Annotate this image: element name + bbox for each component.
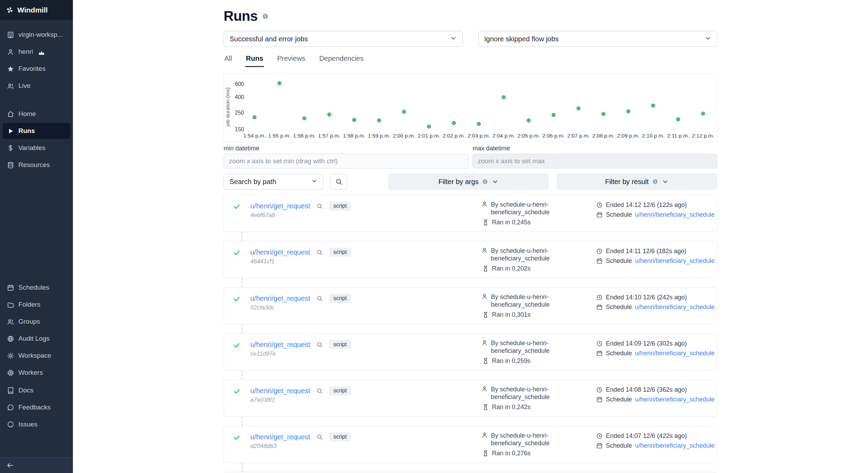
skipped-flows-select[interactable]: Ignore skipped flow jobs [478, 31, 718, 47]
run-card[interactable]: u/henri/get_requestscript46441cf1By sche… [224, 241, 717, 278]
run-schedule-label: Schedule [606, 257, 632, 265]
run-schedule-icon-slot [596, 304, 603, 310]
chart-point [352, 118, 356, 122]
sidebar-item-folders[interactable]: Folders [3, 297, 70, 313]
info-icon [482, 179, 488, 185]
sidebar-item-docs[interactable]: Docs [3, 382, 70, 398]
sidebar-item-schedules[interactable]: Schedules [3, 280, 70, 296]
run-duration: Ran in 0,242s [492, 404, 531, 411]
clock-icon [596, 433, 603, 439]
sidebar-item-groups[interactable]: Groups [3, 314, 70, 330]
chart-xtick: 1:54 p.m. [243, 133, 266, 139]
tab-runs[interactable]: Runs [245, 52, 264, 67]
filter-by-result-button[interactable]: Filter by result [557, 173, 717, 190]
tab-previews[interactable]: Previews [276, 52, 306, 67]
run-inspect-button[interactable] [316, 249, 323, 256]
run-path-link[interactable]: u/henri/get_request [250, 341, 310, 349]
chart-point [452, 121, 456, 125]
app-logo[interactable]: Windmill [0, 0, 73, 20]
chart-ytick: 600 [235, 81, 244, 87]
chart-xtick: 2:02 p.m. [443, 133, 465, 139]
run-inspect-button[interactable] [316, 295, 323, 302]
sidebar-item-audit-logs[interactable]: Audit Logs [3, 331, 70, 347]
run-schedule-link[interactable]: u/henri/beneficiary_schedule [635, 350, 715, 357]
min-datetime-label: min datetime [224, 145, 468, 152]
run-path-link[interactable]: u/henri/get_request [250, 294, 310, 302]
run-schedule-label: Schedule [606, 350, 632, 357]
chart-xtick: 2:12 p.m. [692, 133, 715, 139]
sidebar-item-workers[interactable]: Workers [3, 365, 70, 381]
run-inspect-button[interactable] [316, 203, 323, 209]
info-icon [262, 13, 269, 20]
check-icon [233, 341, 241, 349]
run-path-link[interactable]: u/henri/get_request [250, 202, 310, 210]
tab-dependencies[interactable]: Dependencies [318, 52, 364, 67]
calendar-icon [596, 350, 603, 357]
run-card[interactable]: u/henri/get_requestscriptce11d97eBy sche… [224, 333, 717, 371]
run-path-link[interactable]: u/henri/get_request [250, 387, 310, 395]
sidebar-item-home[interactable]: Home [3, 106, 70, 122]
max-datetime-input[interactable] [473, 154, 717, 168]
run-card[interactable]: u/henri/get_requestscript4ebf67a8By sche… [224, 195, 717, 232]
run-path-link[interactable]: u/henri/get_request [250, 248, 310, 256]
sidebar-item-feedbacks[interactable]: Feedbacks [3, 399, 70, 415]
run-by-icon-slot [481, 201, 488, 216]
filter-by-args-button[interactable]: Filter by args [388, 173, 549, 190]
skipped-flows-select-value: Ignore skipped flow jobs [484, 35, 559, 43]
job-status-select[interactable]: Successful and error jobs [224, 31, 463, 47]
search-button[interactable] [331, 174, 347, 190]
chart-point [551, 113, 556, 117]
run-job-id: d2048d63 [250, 443, 277, 450]
run-job-id: 4ebf67a8 [250, 212, 275, 219]
run-duration: Ran in 0,259s [492, 357, 531, 365]
sidebar-collapse-button[interactable] [0, 457, 73, 473]
run-ended-icon-slot [596, 294, 603, 301]
run-inspect-button[interactable] [316, 388, 323, 394]
sidebar-item-runs[interactable]: Runs [3, 123, 70, 139]
run-schedule-link[interactable]: u/henri/beneficiary_schedule [635, 211, 715, 218]
info-icon [652, 179, 658, 185]
run-path-link[interactable]: u/henri/get_request [250, 433, 310, 441]
calendar-icon [596, 304, 603, 310]
sidebar-item-issues[interactable]: Issues [3, 416, 70, 432]
run-schedule-link[interactable]: u/henri/beneficiary_schedule [635, 257, 715, 265]
sidebar-item-resources[interactable]: Resources [3, 157, 70, 173]
title-info-icon[interactable] [262, 13, 269, 20]
chart-ytick: 400 [235, 94, 244, 100]
tab-all[interactable]: All [224, 52, 233, 67]
user-icon [481, 201, 488, 207]
run-schedule-icon-slot [596, 211, 603, 218]
hourglass-icon [482, 450, 489, 457]
sidebar-item-workspace[interactable]: Workspace [3, 348, 70, 364]
run-by-icon-slot [481, 432, 488, 447]
run-schedule-link[interactable]: u/henri/beneficiary_schedule [635, 396, 715, 403]
runs-duration-chart[interactable]: job duration (ms)6004002501501:54 p.m.1:… [224, 74, 717, 142]
sidebar-item-variables[interactable]: Variables [3, 140, 70, 156]
chart-point [626, 109, 631, 114]
chart-xtick: 1:57 p.m. [318, 133, 341, 139]
duration-chart-box[interactable]: job duration (ms)6004002501501:54 p.m.1:… [224, 73, 717, 142]
sidebar-item-virgin-worksp[interactable]: virgin-worksp... [3, 27, 70, 43]
run-card[interactable]: u/henri/get_requestscript02cfa3dcBy sche… [224, 287, 717, 324]
run-kind-badge: script [329, 294, 351, 303]
run-schedule-link[interactable]: u/henri/beneficiary_schedule [635, 304, 715, 311]
search-icon [335, 178, 343, 185]
search-icon [316, 295, 323, 302]
min-datetime-input[interactable] [224, 154, 468, 168]
run-duration-icon-slot [482, 450, 489, 457]
max-datetime-label: max datetime [473, 145, 717, 152]
search-by-path-select[interactable]: Search by path [224, 174, 324, 190]
run-inspect-button[interactable] [316, 341, 323, 348]
search-icon [316, 388, 323, 394]
run-schedule-link[interactable]: u/henri/beneficiary_schedule [635, 442, 715, 449]
clock-icon [596, 202, 603, 208]
user-icon [481, 339, 488, 346]
run-card[interactable]: u/henri/get_requestscripta7e038f1By sche… [224, 380, 717, 417]
run-card[interactable]: u/henri/get_requestscriptd2048d63By sche… [224, 426, 717, 463]
globe-icon [7, 335, 14, 342]
sidebar-item-favorites[interactable]: Favorites [3, 61, 70, 77]
sidebar-item-henri[interactable]: henri [3, 44, 70, 60]
sidebar-item-live[interactable]: Live [3, 78, 70, 94]
chart-xtick: 1:55 p.m. [268, 133, 291, 139]
run-inspect-button[interactable] [316, 434, 323, 440]
